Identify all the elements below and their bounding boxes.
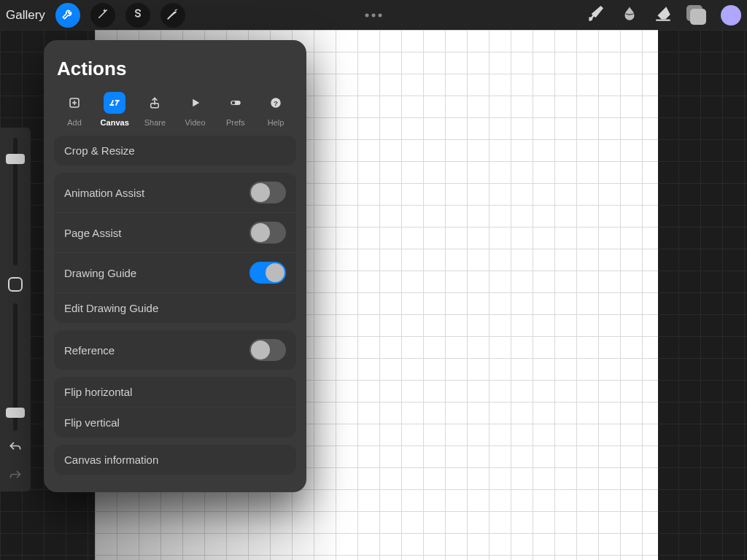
tab-add[interactable]: Add — [57, 92, 92, 127]
edit-drawing-guide-row[interactable]: Edit Drawing Guide — [54, 292, 296, 323]
arrow-icon — [166, 7, 179, 23]
eraser-icon — [654, 4, 673, 26]
actions-popover: Actions Add Canvas Share Video Prefs — [44, 40, 306, 492]
animation-assist-row[interactable]: Animation Assist — [54, 173, 296, 212]
undo-redo-panel — [0, 435, 31, 491]
layers-button[interactable] — [680, 0, 713, 30]
tab-label: Add — [67, 118, 82, 127]
tab-label: Prefs — [226, 118, 245, 127]
popover-tabs: Add Canvas Share Video Prefs ? Help — [54, 92, 296, 136]
row-label: Flip vertical — [64, 416, 120, 429]
tab-canvas[interactable]: Canvas — [97, 92, 132, 127]
tab-label: Video — [185, 118, 206, 127]
opacity-slider[interactable] — [13, 303, 18, 431]
play-icon — [185, 92, 206, 114]
tab-label: Share — [144, 118, 166, 127]
row-label: Crop & Resize — [64, 144, 135, 157]
adjustments-button[interactable] — [90, 3, 115, 28]
color-swatch[interactable] — [721, 5, 741, 26]
slider-knob[interactable] — [6, 408, 25, 418]
tab-video[interactable]: Video — [178, 92, 213, 127]
canvas-information-row[interactable]: Canvas information — [54, 445, 296, 475]
row-label: Page Assist — [64, 227, 121, 239]
svg-text:?: ? — [274, 99, 278, 107]
selection-s-icon — [131, 7, 144, 23]
tab-share[interactable]: Share — [137, 92, 172, 127]
modify-button[interactable] — [8, 277, 23, 292]
row-label: Reference — [64, 344, 115, 357]
dot-icon — [372, 13, 376, 17]
smudge-tool[interactable] — [613, 0, 646, 30]
layers-icon — [686, 5, 707, 26]
right-tool-cluster — [579, 0, 741, 30]
crop-resize-row[interactable]: Crop & Resize — [54, 136, 296, 166]
actions-button[interactable] — [55, 3, 80, 28]
popover-title: Actions — [57, 58, 293, 80]
row-label: Canvas information — [64, 454, 158, 466]
svg-point-4 — [232, 101, 236, 105]
animation-assist-toggle[interactable] — [249, 182, 286, 203]
eraser-tool[interactable] — [646, 0, 680, 30]
tab-label: Help — [268, 118, 285, 127]
canvas-icon — [104, 92, 125, 114]
reference-toggle[interactable] — [249, 339, 286, 361]
dot-icon — [365, 13, 369, 17]
undo-button[interactable] — [8, 440, 23, 458]
page-assist-row[interactable]: Page Assist — [54, 212, 296, 252]
brush-size-slider[interactable] — [13, 138, 18, 265]
tab-label: Canvas — [101, 118, 129, 127]
reference-row[interactable]: Reference — [54, 330, 296, 370]
wand-icon — [96, 7, 109, 23]
top-toolbar: Gallery — [0, 0, 747, 30]
flip-vertical-row[interactable]: Flip vertical — [54, 407, 296, 438]
smudge-icon — [620, 4, 639, 26]
svg-rect-0 — [656, 19, 670, 20]
app-root: Gallery — [0, 0, 747, 560]
page-assist-toggle[interactable] — [249, 222, 286, 244]
tab-prefs[interactable]: Prefs — [218, 92, 253, 127]
brush-tool[interactable] — [579, 0, 613, 30]
modify-dots[interactable] — [365, 13, 382, 17]
brush-icon — [587, 4, 605, 26]
drawing-guide-row[interactable]: Drawing Guide — [54, 252, 296, 292]
drawing-guide-toggle[interactable] — [249, 262, 286, 284]
wrench-icon — [61, 7, 74, 23]
help-icon: ? — [265, 92, 287, 114]
toggle-icon — [225, 92, 247, 114]
tab-help[interactable]: ? Help — [258, 92, 293, 127]
row-label: Edit Drawing Guide — [64, 302, 158, 314]
row-label: Drawing Guide — [64, 267, 136, 279]
redo-button[interactable] — [8, 469, 23, 486]
flip-horizontal-row[interactable]: Flip horizontal — [54, 377, 296, 407]
slider-knob[interactable] — [6, 154, 25, 164]
dot-icon — [379, 13, 382, 17]
row-label: Flip horizontal — [64, 386, 132, 398]
selection-button[interactable] — [125, 3, 150, 28]
transform-button[interactable] — [160, 3, 185, 28]
add-image-icon — [63, 92, 85, 114]
share-icon — [144, 92, 166, 114]
left-sidebar — [0, 128, 31, 441]
gallery-button[interactable]: Gallery — [6, 8, 45, 23]
row-label: Animation Assist — [64, 187, 144, 199]
